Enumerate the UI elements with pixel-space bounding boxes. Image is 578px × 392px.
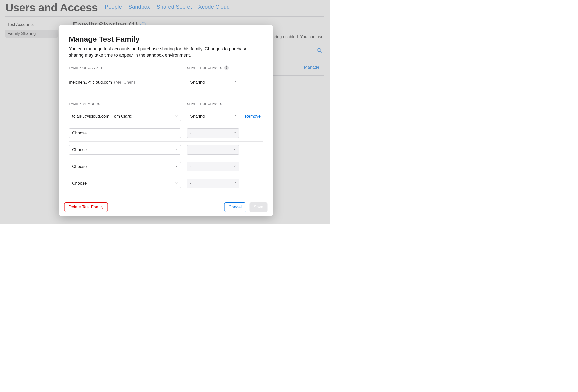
help-icon[interactable]: ? [224, 65, 229, 70]
remove-member-link[interactable]: Remove [245, 114, 261, 119]
family-organizer-label: FAMILY ORGANIZER [69, 66, 104, 70]
member-account-select[interactable]: tclark3@icloud.com (Tom Clark) [69, 112, 181, 121]
organizer-row: meichen3@icloud.com (Mei Chen) Sharing [69, 72, 263, 93]
member-account-select[interactable]: Choose [69, 162, 181, 171]
chevron-down-icon [175, 131, 178, 136]
member-share-select[interactable]: Sharing [187, 112, 239, 121]
organizer-name: (Mei Chen) [114, 80, 135, 85]
member-account-select[interactable]: Choose [69, 179, 181, 188]
organizer-email: meichen3@icloud.com [69, 80, 112, 85]
member-share-select: - [187, 145, 239, 155]
member-row: Choose- [69, 158, 263, 175]
member-row: tclark3@icloud.com (Tom Clark)SharingRem… [69, 108, 263, 125]
chevron-down-icon [233, 147, 237, 152]
organizer-share-select[interactable]: Sharing [187, 78, 239, 87]
chevron-down-icon [175, 181, 178, 186]
family-members-label: FAMILY MEMBERS [69, 102, 100, 106]
modal-title: Manage Test Family [69, 35, 263, 43]
chevron-down-icon [233, 181, 237, 186]
member-account-select[interactable]: Choose [69, 145, 181, 155]
chevron-down-icon [233, 114, 237, 119]
member-row: Choose- [69, 142, 263, 158]
share-purchases-label: SHARE PURCHASES [187, 66, 222, 70]
manage-family-modal: Manage Test Family You can manage test a… [59, 25, 273, 216]
member-share-select: - [187, 162, 239, 171]
member-row: Choose- [69, 125, 263, 142]
modal-description: You can manage test accounts and purchas… [69, 46, 263, 58]
chevron-down-icon [233, 131, 237, 136]
chevron-down-icon [175, 164, 178, 169]
chevron-down-icon [233, 164, 237, 169]
member-share-select: - [187, 179, 239, 188]
save-button: Save [249, 202, 268, 212]
chevron-down-icon [175, 147, 178, 152]
member-row: Choose- [69, 175, 263, 192]
member-account-select[interactable]: Choose [69, 128, 181, 138]
delete-test-family-button[interactable]: Delete Test Family [64, 202, 108, 212]
cancel-button[interactable]: Cancel [224, 202, 246, 212]
chevron-down-icon [175, 114, 178, 119]
share-purchases-label-2: SHARE PURCHASES [187, 102, 222, 106]
chevron-down-icon [233, 80, 237, 85]
member-share-select: - [187, 128, 239, 138]
